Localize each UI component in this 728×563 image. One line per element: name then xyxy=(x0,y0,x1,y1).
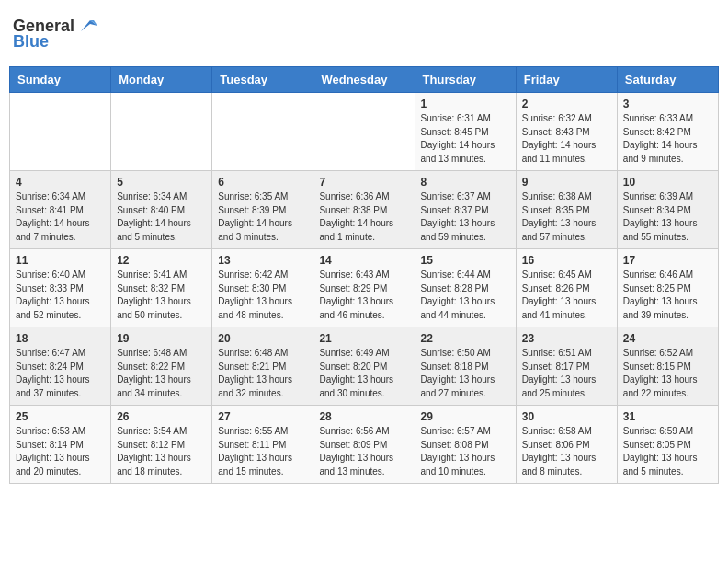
day-number: 20 xyxy=(218,332,307,345)
day-info: Sunrise: 6:50 AM Sunset: 8:18 PM Dayligh… xyxy=(421,347,510,400)
day-header-wednesday: Wednesday xyxy=(313,67,415,93)
day-info: Sunrise: 6:34 AM Sunset: 8:40 PM Dayligh… xyxy=(117,190,206,244)
calendar-cell: 9Sunrise: 6:38 AM Sunset: 8:35 PM Daylig… xyxy=(516,171,617,249)
calendar-cell: 24Sunrise: 6:52 AM Sunset: 8:15 PM Dayli… xyxy=(617,327,718,406)
calendar-week-row: 4Sunrise: 6:34 AM Sunset: 8:41 PM Daylig… xyxy=(10,171,719,249)
day-number: 27 xyxy=(218,410,307,423)
day-number: 29 xyxy=(421,410,510,423)
day-info: Sunrise: 6:51 AM Sunset: 8:17 PM Dayligh… xyxy=(522,347,611,400)
day-info: Sunrise: 6:35 AM Sunset: 8:39 PM Dayligh… xyxy=(218,190,307,244)
day-info: Sunrise: 6:37 AM Sunset: 8:37 PM Dayligh… xyxy=(421,190,510,244)
day-number: 14 xyxy=(319,254,408,267)
day-info: Sunrise: 6:46 AM Sunset: 8:25 PM Dayligh… xyxy=(623,269,712,322)
day-info: Sunrise: 6:49 AM Sunset: 8:20 PM Dayligh… xyxy=(319,347,408,400)
calendar-cell: 16Sunrise: 6:45 AM Sunset: 8:26 PM Dayli… xyxy=(516,249,617,327)
day-number: 22 xyxy=(421,332,510,345)
calendar-cell xyxy=(313,93,415,171)
day-number: 8 xyxy=(421,176,510,189)
calendar-week-row: 1Sunrise: 6:31 AM Sunset: 8:45 PM Daylig… xyxy=(10,93,719,171)
day-number: 2 xyxy=(522,98,611,110)
day-info: Sunrise: 6:59 AM Sunset: 8:05 PM Dayligh… xyxy=(623,425,712,478)
calendar-week-row: 25Sunrise: 6:53 AM Sunset: 8:14 PM Dayli… xyxy=(10,406,719,484)
logo: General Blue xyxy=(13,17,97,52)
calendar-cell: 30Sunrise: 6:58 AM Sunset: 8:06 PM Dayli… xyxy=(516,406,617,484)
day-info: Sunrise: 6:32 AM Sunset: 8:43 PM Dayligh… xyxy=(522,112,611,166)
day-number: 30 xyxy=(522,410,611,423)
day-info: Sunrise: 6:42 AM Sunset: 8:30 PM Dayligh… xyxy=(218,269,307,322)
day-header-sunday: Sunday xyxy=(10,67,111,93)
day-number: 25 xyxy=(16,410,105,423)
calendar-cell: 26Sunrise: 6:54 AM Sunset: 8:12 PM Dayli… xyxy=(111,406,212,484)
day-info: Sunrise: 6:57 AM Sunset: 8:08 PM Dayligh… xyxy=(421,425,510,478)
calendar-table: SundayMondayTuesdayWednesdayThursdayFrid… xyxy=(9,66,719,484)
day-number: 28 xyxy=(319,410,408,423)
day-info: Sunrise: 6:36 AM Sunset: 8:38 PM Dayligh… xyxy=(319,190,408,244)
day-number: 7 xyxy=(319,176,408,189)
calendar-cell xyxy=(111,93,212,171)
calendar-cell: 11Sunrise: 6:40 AM Sunset: 8:33 PM Dayli… xyxy=(10,249,111,327)
day-number: 23 xyxy=(522,332,611,345)
day-number: 13 xyxy=(218,254,307,267)
day-number: 3 xyxy=(623,98,712,110)
calendar-week-row: 18Sunrise: 6:47 AM Sunset: 8:24 PM Dayli… xyxy=(10,327,719,406)
calendar-cell xyxy=(10,93,111,171)
calendar-week-row: 11Sunrise: 6:40 AM Sunset: 8:33 PM Dayli… xyxy=(10,249,719,327)
day-number: 6 xyxy=(218,176,307,189)
logo-blue: Blue xyxy=(13,32,49,52)
day-header-monday: Monday xyxy=(111,67,212,93)
calendar-cell: 25Sunrise: 6:53 AM Sunset: 8:14 PM Dayli… xyxy=(10,406,111,484)
day-number: 9 xyxy=(522,176,611,189)
day-info: Sunrise: 6:33 AM Sunset: 8:42 PM Dayligh… xyxy=(623,112,712,166)
day-number: 24 xyxy=(623,332,712,345)
calendar-cell: 20Sunrise: 6:48 AM Sunset: 8:21 PM Dayli… xyxy=(212,327,313,406)
day-number: 4 xyxy=(16,176,105,189)
day-number: 1 xyxy=(421,98,510,110)
day-number: 12 xyxy=(117,254,206,267)
day-number: 16 xyxy=(522,254,611,267)
day-info: Sunrise: 6:40 AM Sunset: 8:33 PM Dayligh… xyxy=(16,269,105,322)
day-number: 10 xyxy=(623,176,712,189)
calendar-cell: 10Sunrise: 6:39 AM Sunset: 8:34 PM Dayli… xyxy=(617,171,718,249)
calendar-cell: 27Sunrise: 6:55 AM Sunset: 8:11 PM Dayli… xyxy=(212,406,313,484)
day-info: Sunrise: 6:39 AM Sunset: 8:34 PM Dayligh… xyxy=(623,190,712,244)
calendar-cell: 29Sunrise: 6:57 AM Sunset: 8:08 PM Dayli… xyxy=(415,406,516,484)
day-number: 11 xyxy=(16,254,105,267)
day-info: Sunrise: 6:38 AM Sunset: 8:35 PM Dayligh… xyxy=(522,190,611,244)
calendar-cell: 7Sunrise: 6:36 AM Sunset: 8:38 PM Daylig… xyxy=(313,171,415,249)
calendar-cell: 28Sunrise: 6:56 AM Sunset: 8:09 PM Dayli… xyxy=(313,406,415,484)
day-number: 31 xyxy=(623,410,712,423)
calendar-cell: 1Sunrise: 6:31 AM Sunset: 8:45 PM Daylig… xyxy=(415,93,516,171)
calendar-cell: 4Sunrise: 6:34 AM Sunset: 8:41 PM Daylig… xyxy=(10,171,111,249)
day-number: 17 xyxy=(623,254,712,267)
calendar-cell: 15Sunrise: 6:44 AM Sunset: 8:28 PM Dayli… xyxy=(415,249,516,327)
logo-bird-icon xyxy=(77,18,97,35)
day-info: Sunrise: 6:34 AM Sunset: 8:41 PM Dayligh… xyxy=(16,190,105,244)
calendar-cell: 19Sunrise: 6:48 AM Sunset: 8:22 PM Dayli… xyxy=(111,327,212,406)
calendar-cell: 2Sunrise: 6:32 AM Sunset: 8:43 PM Daylig… xyxy=(516,93,617,171)
day-info: Sunrise: 6:53 AM Sunset: 8:14 PM Dayligh… xyxy=(16,425,105,478)
day-info: Sunrise: 6:43 AM Sunset: 8:29 PM Dayligh… xyxy=(319,269,408,322)
calendar-cell: 14Sunrise: 6:43 AM Sunset: 8:29 PM Dayli… xyxy=(313,249,415,327)
day-info: Sunrise: 6:41 AM Sunset: 8:32 PM Dayligh… xyxy=(117,269,206,322)
calendar-header-row: SundayMondayTuesdayWednesdayThursdayFrid… xyxy=(10,67,719,93)
day-info: Sunrise: 6:48 AM Sunset: 8:21 PM Dayligh… xyxy=(218,347,307,400)
calendar-cell: 3Sunrise: 6:33 AM Sunset: 8:42 PM Daylig… xyxy=(617,93,718,171)
day-number: 26 xyxy=(117,410,206,423)
day-info: Sunrise: 6:56 AM Sunset: 8:09 PM Dayligh… xyxy=(319,425,408,478)
day-header-tuesday: Tuesday xyxy=(212,67,313,93)
calendar-cell: 22Sunrise: 6:50 AM Sunset: 8:18 PM Dayli… xyxy=(415,327,516,406)
day-info: Sunrise: 6:48 AM Sunset: 8:22 PM Dayligh… xyxy=(117,347,206,400)
day-info: Sunrise: 6:58 AM Sunset: 8:06 PM Dayligh… xyxy=(522,425,611,478)
day-number: 21 xyxy=(319,332,408,345)
day-header-saturday: Saturday xyxy=(617,67,718,93)
day-info: Sunrise: 6:31 AM Sunset: 8:45 PM Dayligh… xyxy=(421,112,510,166)
calendar-cell: 6Sunrise: 6:35 AM Sunset: 8:39 PM Daylig… xyxy=(212,171,313,249)
day-number: 18 xyxy=(16,332,105,345)
day-info: Sunrise: 6:44 AM Sunset: 8:28 PM Dayligh… xyxy=(421,269,510,322)
day-header-friday: Friday xyxy=(516,67,617,93)
day-info: Sunrise: 6:45 AM Sunset: 8:26 PM Dayligh… xyxy=(522,269,611,322)
day-number: 5 xyxy=(117,176,206,189)
calendar-cell: 31Sunrise: 6:59 AM Sunset: 8:05 PM Dayli… xyxy=(617,406,718,484)
day-info: Sunrise: 6:54 AM Sunset: 8:12 PM Dayligh… xyxy=(117,425,206,478)
day-info: Sunrise: 6:47 AM Sunset: 8:24 PM Dayligh… xyxy=(16,347,105,400)
